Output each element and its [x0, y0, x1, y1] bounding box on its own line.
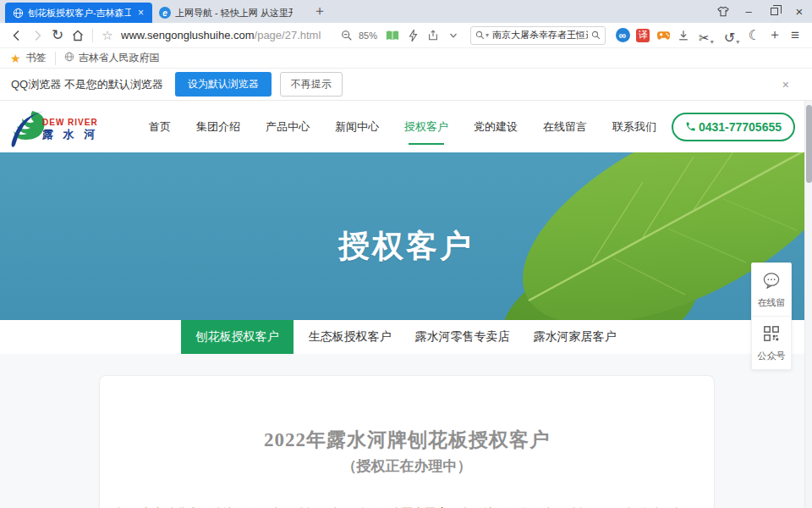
scrollbar-thumb[interactable] — [806, 105, 812, 183]
new-tab-button[interactable]: ＋ — [304, 3, 335, 23]
online-message-label: 在线留 — [752, 296, 791, 309]
screenshot-scissors-icon[interactable]: ✂▾ — [694, 25, 719, 46]
phone-icon — [685, 121, 696, 132]
address-bar[interactable]: www.sengonglushuihe.com/page/27.html — [118, 29, 337, 41]
reading-mode-icon[interactable] — [382, 25, 403, 46]
url-host: www.sengonglushuihe.com — [121, 29, 255, 41]
online-message-button[interactable]: 在线留 — [752, 263, 791, 316]
nav-item-news[interactable]: 新闻中心 — [333, 111, 381, 143]
hero-title: 授权客户 — [0, 225, 812, 268]
tab-title: 上网导航 - 轻快上网 从这里开始 — [175, 7, 293, 19]
nav-item-contact[interactable]: 联系我们 — [611, 111, 658, 143]
phone-button[interactable]: 0431-77705655 — [672, 113, 795, 141]
logo-text-en: DEW RIVER — [42, 118, 98, 127]
client-category-tabs: 刨花板授权客户 生态板授权客户 露水河零售专卖店 露水河家居客户 — [0, 320, 812, 354]
tab-particleboard-clients[interactable]: 刨花板授权客户 — [181, 320, 294, 354]
search-engine-caret-icon: ▾ — [486, 31, 489, 39]
notification-close-icon[interactable]: × — [782, 78, 789, 91]
minimize-button[interactable]: – — [736, 0, 761, 23]
set-default-button[interactable]: 设为默认浏览器 — [175, 72, 272, 97]
browser-skin-icon[interactable] — [710, 0, 736, 23]
refresh-icon[interactable]: ↻ — [47, 25, 68, 46]
nav-item-products[interactable]: 产品中心 — [264, 111, 311, 143]
history-undo-icon[interactable]: ↺▾ — [719, 25, 744, 46]
qr-code-icon — [763, 325, 780, 342]
article-subtitle: （授权正在办理中） — [100, 456, 714, 476]
notification-message: QQ浏览器 不是您的默认浏览器 — [11, 77, 163, 92]
browser-tab-active[interactable]: 刨花板授权客户-吉林森工远东林业发 × — [5, 3, 152, 23]
hero-banner: 授权客户 — [0, 152, 812, 320]
main-content: 2022年露水河牌刨花板授权客户 （授权正在办理中） 提醒广大消费者：建议您购买… — [0, 354, 812, 508]
tab-retail-stores[interactable]: 露水河零售专卖店 — [406, 320, 518, 354]
globe-icon — [64, 52, 74, 64]
bookmark-title: 吉林省人民政府国 — [79, 51, 160, 65]
window-controls: – × — [710, 0, 812, 23]
search-input[interactable]: ▾ 南京大屠杀幸存者王恒逝世 — [470, 26, 606, 45]
official-account-button[interactable]: 公众号 — [752, 316, 791, 369]
site-header: DEW RIVER 露 水 河 首页 集团介绍 产品中心 新闻中心 授权客户 党… — [0, 101, 812, 152]
content-card: 2022年露水河牌刨花板授权客户 （授权正在办理中） 提醒广大消费者：建议您购买… — [99, 375, 715, 508]
home-icon[interactable] — [68, 25, 88, 46]
default-browser-notification: QQ浏览器 不是您的默认浏览器 设为默认浏览器 不再提示 × — [0, 69, 812, 101]
tab-close-icon[interactable]: × — [136, 7, 145, 19]
browser-tab-navigation[interactable]: e 上网导航 - 轻快上网 从这里开始 — [152, 3, 304, 23]
nav-item-about[interactable]: 集团介绍 — [195, 111, 242, 143]
restore-button[interactable] — [761, 0, 787, 23]
bookmarks-star-icon: ★ — [10, 52, 21, 65]
qq-community-icon[interactable]: ∞ — [612, 25, 633, 46]
night-mode-moon-icon[interactable]: ☾ — [744, 25, 765, 46]
close-window-button[interactable]: × — [787, 0, 812, 23]
globe-favicon-icon — [12, 7, 24, 19]
bookmark-item[interactable]: 吉林省人民政府国 — [64, 51, 160, 65]
nav-item-home[interactable]: 首页 — [147, 111, 173, 143]
nav-item-message[interactable]: 在线留言 — [541, 111, 589, 143]
nav-item-authorized-clients[interactable]: 授权客户 — [403, 111, 450, 143]
bookmark-star-icon[interactable]: ☆ — [97, 25, 118, 46]
tab-title: 刨花板授权客户-吉林森工远东林业发 — [28, 7, 131, 19]
nav-item-party[interactable]: 党的建设 — [472, 111, 519, 143]
add-icon[interactable]: ＋ — [765, 25, 785, 46]
dismiss-button[interactable]: 不再提示 — [280, 72, 343, 97]
bookmarks-label[interactable]: 书签 — [26, 51, 47, 65]
chat-bubble-icon — [762, 272, 781, 289]
flash-icon[interactable] — [403, 25, 423, 46]
article-title: 2022年露水河牌刨花板授权客户 — [100, 427, 714, 453]
translate-icon[interactable]: 译 — [633, 25, 653, 46]
search-go-icon — [591, 30, 601, 40]
bookmarks-bar: ★ 书签 吉林省人民政府国 — [0, 48, 812, 69]
games-icon[interactable] — [653, 25, 673, 46]
site-logo[interactable]: DEW RIVER 露 水 河 — [7, 106, 134, 148]
back-icon[interactable] — [7, 25, 27, 46]
browser-tab-strip: 刨花板授权客户-吉林森工远东林业发 × e 上网导航 - 轻快上网 从这里开始 … — [0, 0, 812, 23]
url-path: /page/27.html — [255, 29, 321, 41]
search-engine-icon — [475, 30, 485, 40]
official-account-label: 公众号 — [752, 350, 791, 362]
tab-ecoboard-clients[interactable]: 生态板授权客户 — [294, 320, 406, 354]
phone-number: 0431-77705655 — [699, 120, 782, 134]
search-query-text: 南京大屠杀幸存者王恒逝世 — [492, 29, 588, 41]
web-page: DEW RIVER 露 水 河 首页 集团介绍 产品中心 新闻中心 授权客户 党… — [0, 101, 812, 508]
zoom-percentage[interactable]: 85% — [359, 30, 377, 41]
zoom-out-icon[interactable] — [337, 25, 357, 46]
e-favicon-icon: e — [159, 7, 171, 19]
menu-hamburger-icon[interactable]: ≡ — [785, 25, 805, 46]
forward-icon[interactable] — [27, 25, 47, 46]
tab-home-clients[interactable]: 露水河家居客户 — [518, 320, 631, 354]
chevron-down-icon[interactable] — [443, 25, 464, 46]
browser-toolbar: ↻ ☆ www.sengonglushuihe.com/page/27.html… — [0, 23, 812, 48]
site-nav: 首页 集团介绍 产品中心 新闻中心 授权客户 党的建设 在线留言 联系我们 — [147, 111, 658, 143]
share-icon[interactable] — [423, 25, 443, 46]
download-icon[interactable] — [673, 25, 694, 46]
page-scrollbar[interactable] — [804, 101, 812, 508]
floating-side-widget: 在线留 公众号 — [751, 262, 792, 370]
logo-text-zh: 露 水 河 — [42, 127, 98, 142]
